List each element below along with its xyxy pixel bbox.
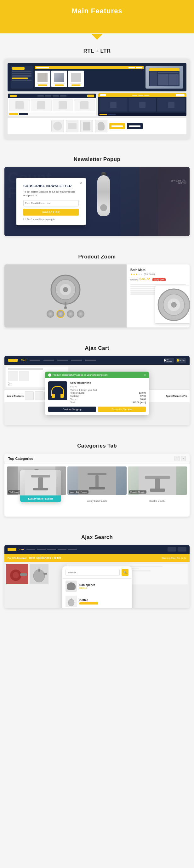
ajax-taxes-val: $0.00 [140, 398, 146, 400]
cat-featured-label: Luxury Bath Faucets [20, 495, 61, 502]
header-triangle [91, 34, 103, 40]
svg-rect-15 [88, 473, 106, 475]
ajax-checkout-btn[interactable]: Proceed to Checkout [98, 407, 146, 412]
newsletter-content: Count For Kit × SUBSCRIBE NEWSLETTER To … [4, 167, 190, 236]
zoom-right-panel: Bath Mats ★ ★ ★ ★ ★ (2 reviews) $48.00 $… [127, 265, 190, 328]
svg-rect-20 [155, 478, 160, 490]
ajax-success-product-name: Sony Headphone [70, 381, 146, 384]
search-input-row: 🔍 [62, 569, 132, 579]
ajax-search-nav [27, 549, 165, 550]
categories-header: Top Categories ‹ › [4, 454, 190, 464]
search-nav-4 [58, 549, 66, 550]
ajax-success-there-is: There is 1 item in your Cart [70, 389, 146, 391]
header-banner: Main Features [0, 0, 194, 25]
ajax-nav-brands [57, 360, 68, 361]
newsletter-label: Newsletter Popup [0, 156, 194, 163]
ajax-search-logo-text: Cart [19, 548, 24, 551]
ajax-cart-logo-label: Cart [21, 359, 27, 362]
rice-cooker-icon [67, 583, 75, 590]
ajax-modal-close-btn[interactable]: × [144, 373, 146, 377]
product-main-svg [48, 274, 83, 309]
zoom-magnified-svg [157, 287, 190, 322]
cat-featured-img [20, 470, 61, 495]
svg-rect-25 [33, 488, 48, 490]
newsletter-email-input[interactable] [23, 200, 79, 207]
svg-point-3 [63, 287, 68, 292]
ajax-search-logo [7, 548, 17, 551]
ajax-total-label: Total: [70, 401, 75, 403]
ajax-success-modal: Product successfully added to your shopp… [45, 372, 149, 415]
cat-prev-btn[interactable]: ‹ [174, 456, 180, 461]
product-zoom-label: Prodcut Zoom [0, 254, 194, 260]
cat-label-movable: Movable Mounti... [128, 496, 187, 504]
ajax-cart-topbar: 🏆 Cart My Account My Cart [4, 356, 190, 365]
zoom-badge: SAVE 10% [153, 278, 166, 281]
search-result-2-partial-bar [79, 602, 98, 604]
ajax-total-row: Total: $10.00 (incl.) [70, 401, 146, 403]
newsletter-checkbox-row: Don't show this popup again! [23, 218, 79, 220]
search-cart-icon [177, 547, 187, 552]
svg-rect-23 [31, 475, 50, 477]
ajax-nav-specials [43, 360, 54, 361]
ajax-subtotal-val: $7.99 [140, 395, 146, 397]
search-nav-3 [47, 549, 56, 550]
ajax-success-info: Sony Headphone $20.00 There is 1 item in… [70, 381, 146, 403]
main-title: Main Features [6, 7, 188, 15]
search-nav-2 [37, 549, 46, 550]
newsletter-close-btn[interactable]: × [80, 180, 83, 185]
search-result-1-name: Can opener [79, 583, 129, 587]
ajax-nav-blogs [85, 360, 96, 361]
ajax-cart-logo: 🏆 [8, 359, 18, 362]
svg-rect-16 [95, 475, 99, 488]
ajax-success-message: Product successfully added to your shopp… [53, 373, 107, 376]
cat-next-btn[interactable]: › [181, 456, 186, 461]
ajax-taxes-row: Taxes: $0.00 [70, 398, 146, 400]
ajax-search-topbar: Cart [4, 545, 190, 554]
rtl-ltr-screenshot [4, 59, 190, 139]
search-result-1-info: Can opener $19.12 [79, 583, 129, 589]
zoom-product-name: Bath Mats [130, 268, 186, 272]
rtl-ltr-label: RTL + LTR [0, 48, 194, 54]
search-account-icon [167, 547, 176, 552]
category-item-3[interactable]: Movable Mounti... [128, 466, 187, 495]
search-icon: 🔍 [124, 571, 127, 574]
ajax-success-summary: Total products: $10.00 Subtotal: $7.99 T… [70, 392, 146, 403]
ajax-continue-shopping-btn[interactable]: Continue Shopping [48, 407, 96, 412]
search-nav-1 [27, 549, 35, 550]
ajax-search-label: Ajax Search [0, 534, 194, 540]
newsletter-screenshot: Count For Kit × SUBSCRIBE NEWSLETTER To … [4, 167, 190, 236]
search-result-2[interactable]: Coffee [62, 594, 132, 608]
svg-point-5 [64, 307, 67, 309]
categories-title: Top Categories [8, 457, 33, 461]
zoom-old-price: $48.00 [130, 278, 138, 281]
svg-point-29 [12, 572, 19, 578]
search-icons-right [167, 547, 187, 552]
ajax-subtotal-label: Subtotal: [70, 395, 79, 397]
search-promo-main: Best Appliances For Kit [29, 556, 61, 559]
cat-item-2-label: Luxury Bath Faucets [69, 490, 89, 494]
search-nav-5 [68, 549, 77, 550]
categories-screenshot: Top Categories ‹ › Wall Mount Fau... [4, 454, 190, 517]
newsletter-subscribe-btn[interactable]: SUBSCRIBE [23, 209, 79, 216]
rtl-screen-dark [7, 63, 187, 91]
ajax-latest-products-label: Latest Products [7, 395, 24, 397]
ajax-success-body: Sony Headphone $20.00 There is 1 item in… [45, 378, 149, 407]
zoom-content: Bath Mats ★ ★ ★ ★ ★ (2 reviews) $48.00 $… [4, 265, 190, 328]
ajax-search-input[interactable] [65, 569, 120, 576]
ajax-search-go-btn[interactable]: 🔍 [122, 569, 129, 576]
category-item-2[interactable]: Luxury Bath Faucets [67, 466, 127, 495]
svg-rect-33 [43, 573, 47, 575]
product-thumbnails [46, 310, 85, 318]
ajax-cart-content: 🏆 Cart My Account My Cart [4, 356, 190, 425]
search-result-2-name: Coffee [79, 598, 129, 602]
search-kettle-svg [30, 564, 48, 584]
categories-tab-label: Categories Tab [0, 443, 194, 449]
ajax-search-screenshot: Cart Flat 10% Discount Best Appliances F… [4, 545, 190, 608]
search-result-1[interactable]: Can opener $19.12 [62, 579, 132, 594]
ajax-search-content: Cart Flat 10% Discount Best Appliances F… [4, 545, 190, 608]
search-result-1-price: $19.12 [79, 587, 129, 589]
newsletter-no-popup-label: Don't show this popup again! [27, 218, 56, 220]
svg-rect-24 [38, 477, 43, 489]
categories-nav: ‹ › [174, 456, 186, 461]
newsletter-checkbox[interactable] [23, 218, 26, 220]
